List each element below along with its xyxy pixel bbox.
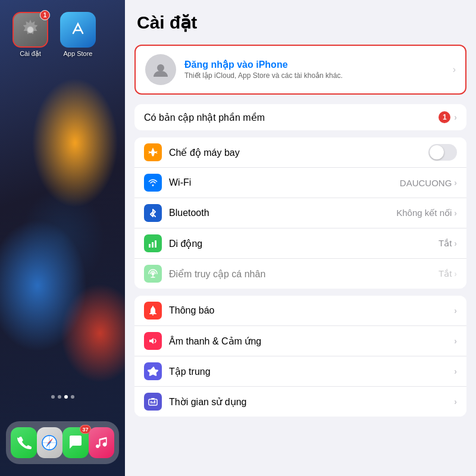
profile-section[interactable]: Đăng nhập vào iPhone Thiết lập iCloud, A… [134,45,466,95]
update-row[interactable]: Có bản cập nhật phần mềm 1 › [134,104,466,130]
focus-row[interactable]: Tập trung › [134,356,466,387]
airplane-toggle[interactable] [428,144,457,161]
svg-rect-15 [152,306,154,307]
profile-avatar [145,54,176,85]
page-dot-1 [51,395,55,399]
focus-label: Tập trung [169,366,454,377]
screentime-chevron-icon: › [454,397,457,406]
profile-info: Đăng nhập vào iPhone Thiết lập iCloud, A… [184,59,444,81]
page-dot-4 [71,395,74,399]
update-badge: 1 [439,111,450,123]
settings-title: Cài đặt [137,12,464,33]
focus-icon [144,362,162,380]
appstore-label: App Store [64,50,93,57]
hotspot-row[interactable]: Điểm truy cập cá nhân Tắt › [134,259,466,289]
bluetooth-label: Bluetooth [169,208,396,218]
page-dots [0,395,125,399]
notifications-row[interactable]: Thông báo › [134,296,466,326]
hotspot-chevron-icon: › [454,269,457,278]
wifi-value: DAUCUONG [400,178,452,188]
screentime-label: Thời gian sử dụng [169,396,454,408]
sounds-label: Âm thanh & Cảm ứng [169,336,454,347]
settings-label: Cài đặt [20,50,41,58]
dock: 37 [6,421,119,464]
airplane-icon [144,143,162,161]
notifications-icon [144,302,162,320]
bluetooth-row[interactable]: Bluetooth Không kết nối › [134,198,466,228]
svg-rect-10 [152,242,154,248]
notifications-group: Thông báo › Âm thanh & Cảm ứng › Tập tru… [134,296,466,416]
dock-messages[interactable]: 37 [62,427,89,458]
wifi-row[interactable]: Wi-Fi DAUCUONG › [134,168,466,198]
wifi-label: Wi-Fi [169,177,400,188]
svg-rect-9 [149,244,151,248]
notifications-chevron-icon: › [454,306,457,315]
bluetooth-value: Không kết nối [396,208,452,218]
cellular-row[interactable]: Di động Tắt › [134,228,466,259]
airplane-label: Chế độ máy bay [169,147,428,158]
svg-rect-20 [152,402,154,403]
svg-rect-19 [151,401,152,403]
svg-point-8 [157,64,164,71]
app-grid: 1 Cài đặt App Store [10,12,115,58]
settings-panel: Cài đặt Đăng nhập vào iPhone Thiết lập i… [125,0,476,476]
connectivity-group: Chế độ máy bay Wi-Fi DAUCUONG › [134,137,466,289]
svg-rect-11 [155,240,156,248]
sounds-icon [144,332,162,350]
airplane-toggle-knob [430,145,444,159]
settings-app-icon: 1 [12,12,48,48]
sounds-row[interactable]: Âm thanh & Cảm ứng › [134,326,466,356]
svg-rect-18 [151,398,155,399]
dock-safari[interactable] [37,427,63,458]
screentime-row[interactable]: Thời gian sử dụng › [134,387,466,416]
wifi-icon [144,174,162,192]
sounds-chevron-icon: › [454,336,457,346]
profile-signin-label: Đăng nhập vào iPhone [184,59,444,70]
appstore-app[interactable]: App Store [57,12,99,58]
settings-header: Cài đặt [125,0,476,39]
home-screen: 1 Cài đặt App Store [0,0,125,476]
hotspot-icon [144,265,162,283]
airplane-row[interactable]: Chế độ máy bay [134,137,466,168]
bluetooth-icon [144,204,162,222]
profile-chevron-icon: › [453,64,456,75]
svg-marker-16 [149,338,154,344]
update-chevron-icon: › [454,112,457,122]
dock-phone[interactable] [11,427,37,458]
wifi-chevron-icon: › [454,178,457,187]
page-dot-2 [58,395,61,399]
screentime-icon [144,393,162,411]
hotspot-value: Tắt [439,268,452,279]
page-dot-3 [64,395,68,399]
svg-point-1 [27,27,33,33]
svg-rect-21 [154,400,155,403]
settings-app[interactable]: 1 Cài đặt [10,12,51,58]
dock-music[interactable] [89,427,115,458]
bluetooth-chevron-icon: › [454,208,457,218]
focus-chevron-icon: › [454,367,457,376]
cellular-icon [144,234,162,252]
hotspot-label: Điểm truy cập cá nhân [169,268,439,280]
profile-description: Thiết lập iCloud, App Store và các tài k… [184,71,444,81]
cellular-value: Tắt [439,238,452,249]
cellular-label: Di động [169,238,439,249]
update-label: Có bản cập nhật phần mềm [144,112,439,123]
appstore-app-icon [60,12,96,48]
cellular-chevron-icon: › [454,239,457,248]
notifications-label: Thông báo [169,305,454,316]
home-wallpaper [0,0,125,476]
settings-badge: 1 [40,10,50,20]
